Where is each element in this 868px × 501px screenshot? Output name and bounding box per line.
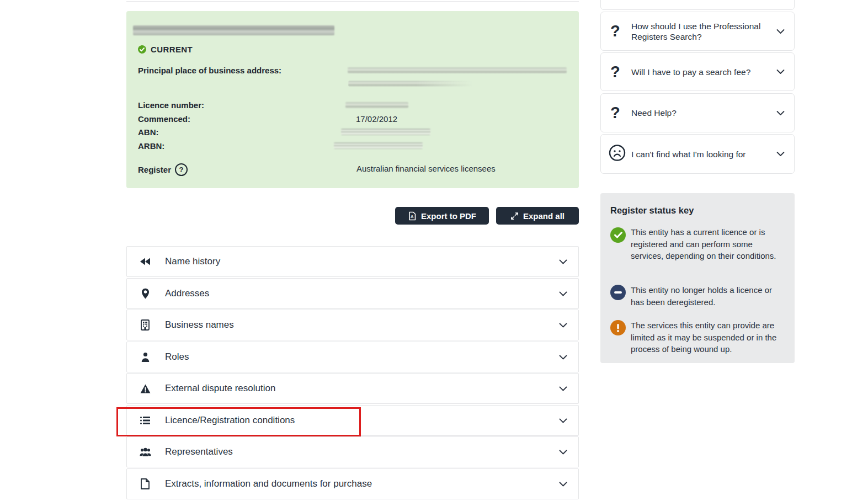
accordion-section-business-names[interactable]: Business names <box>126 310 579 340</box>
toolbar: A Export to PDF Expand all <box>126 207 579 225</box>
page: CURRENT Principal place of business addr… <box>0 0 868 501</box>
map-pin-icon <box>139 288 151 299</box>
faq-cant-find[interactable]: I can't find what I'm looking for <box>600 134 795 174</box>
accordion-section-label: Name history <box>165 256 220 267</box>
redacted-licence-number <box>345 102 408 108</box>
abn-label: ABN: <box>138 127 159 137</box>
chevron-down-icon <box>776 152 785 157</box>
status-ceased-icon <box>610 285 626 300</box>
export-to-pdf-button[interactable]: A Export to PDF <box>395 207 489 225</box>
chevron-down-icon <box>559 355 567 360</box>
accordion-section-label: Licence/Registration conditions <box>165 415 295 426</box>
accordion-section-label: Representatives <box>165 446 233 457</box>
rewind-icon <box>139 257 151 266</box>
register-help-icon[interactable]: ? <box>175 163 188 176</box>
svg-text:A: A <box>411 214 414 218</box>
building-icon <box>139 319 151 331</box>
register-label: Register <box>138 165 171 174</box>
commenced-label: Commenced: <box>138 114 190 124</box>
pdf-file-icon: A <box>408 211 417 221</box>
chevron-down-icon <box>559 323 567 328</box>
status-badge: CURRENT <box>138 45 193 54</box>
accordion-section-label: External dispute resolution <box>165 383 275 394</box>
chevron-down-icon <box>776 70 785 74</box>
sad-face-icon <box>609 145 626 164</box>
accordion-section-label: Extracts, information and documents for … <box>165 478 372 489</box>
expand-button-label: Expand all <box>523 211 565 221</box>
accordion-section-licence-registration-conditions[interactable]: Licence/Registration conditions <box>126 405 579 436</box>
faq-label: Will I have to pay a search fee? <box>631 67 770 77</box>
licence-number-label: Licence number: <box>138 100 204 110</box>
expand-arrows-icon <box>510 212 519 220</box>
accordion-section-label: Roles <box>165 351 189 363</box>
redacted-arbn <box>334 142 423 149</box>
register-row: Register ? <box>138 163 188 176</box>
redacted-abn <box>341 129 430 135</box>
register-value: Australian financial services licensees <box>356 164 496 173</box>
person-icon <box>139 352 151 363</box>
main-column: CURRENT Principal place of business addr… <box>126 0 579 501</box>
divider <box>126 1 579 2</box>
status-current-icon <box>610 227 626 243</box>
chevron-down-icon <box>559 450 567 455</box>
redacted-address-line-2 <box>348 81 473 87</box>
chevron-down-icon <box>559 482 567 487</box>
accordion-section-roles[interactable]: Roles <box>126 342 579 372</box>
warning-triangle-icon <box>139 384 151 393</box>
faq-how-to-use[interactable]: ? How should I use the Professional Regi… <box>600 12 795 51</box>
accordion-section-label: Business names <box>165 319 234 331</box>
question-icon: ? <box>610 105 620 121</box>
status-limited-text: The services this entity can provide are… <box>631 319 784 355</box>
export-button-label: Export to PDF <box>421 211 476 221</box>
check-circle-icon <box>138 45 146 54</box>
question-icon: ? <box>610 64 620 80</box>
address-label: Principal place of business address: <box>138 66 281 75</box>
accordion-section-addresses[interactable]: Addresses <box>126 278 579 309</box>
accordion-section-label: Addresses <box>165 288 209 299</box>
chevron-down-icon <box>559 291 567 296</box>
chevron-down-icon <box>559 386 567 391</box>
status-ceased-text: This entity no longer holds a licence or… <box>631 284 784 308</box>
commenced-value: 17/02/2012 <box>356 114 397 124</box>
sidebar: ? How should I use the Professional Regi… <box>600 0 795 501</box>
list-icon <box>139 416 151 425</box>
status-limited-icon <box>610 320 626 335</box>
faq-label: How should I use the Professional Regist… <box>631 21 770 42</box>
licensee-summary-card: CURRENT Principal place of business addr… <box>126 11 579 188</box>
faq-search-fee[interactable]: ? Will I have to pay a search fee? <box>600 52 795 91</box>
redacted-address-line-1 <box>348 67 567 73</box>
accordion-section-extracts-documents[interactable]: Extracts, information and documents for … <box>126 468 579 499</box>
accordion-section-name-history[interactable]: Name history <box>126 246 579 277</box>
expand-all-button[interactable]: Expand all <box>496 207 579 225</box>
status-label: CURRENT <box>151 45 193 54</box>
status-key-title: Register status key <box>610 205 694 216</box>
register-status-key-panel: Register status key This entity has a cu… <box>600 193 795 363</box>
accordion-section-representatives[interactable]: Representatives <box>126 436 579 467</box>
document-icon <box>139 478 151 489</box>
faq-label: Need Help? <box>631 108 770 118</box>
chevron-down-icon <box>559 418 567 423</box>
status-current-text: This entity has a current licence or is … <box>631 226 784 262</box>
people-group-icon <box>139 447 151 457</box>
chevron-down-icon <box>776 110 785 115</box>
faq-label: I can't find what I'm looking for <box>631 149 770 159</box>
question-icon: ? <box>610 23 620 39</box>
arbn-label: ARBN: <box>138 141 164 151</box>
redacted-entity-name <box>133 25 334 35</box>
faq-card-partial <box>600 0 795 10</box>
chevron-down-icon <box>559 259 567 264</box>
chevron-down-icon <box>776 29 785 34</box>
faq-need-help[interactable]: ? Need Help? <box>600 93 795 132</box>
accordion-section-external-dispute-resolution[interactable]: External dispute resolution <box>126 373 579 404</box>
